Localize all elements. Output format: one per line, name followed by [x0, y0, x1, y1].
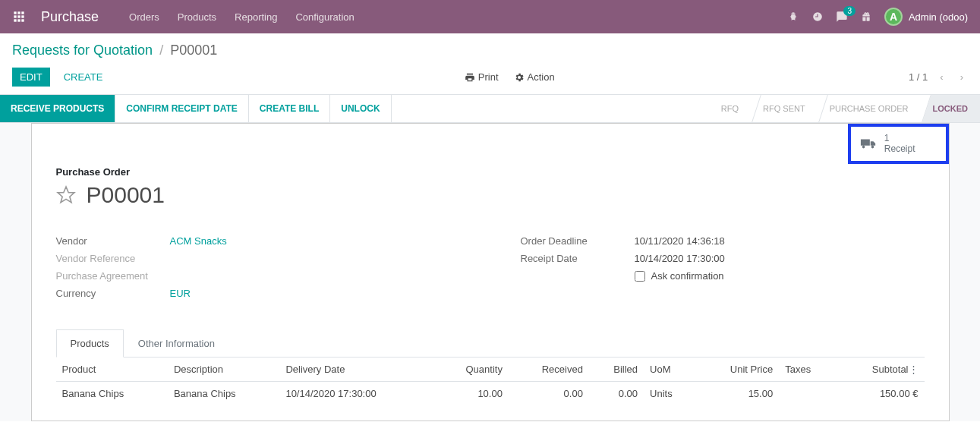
columns-kebab-icon[interactable]: ⋮: [909, 364, 919, 375]
agreement-label: Purchase Agreement: [56, 270, 170, 282]
tab-other-information[interactable]: Other Information: [124, 329, 229, 358]
stage-purchase-order[interactable]: Purchase Order: [818, 95, 921, 122]
pager-text: 1 / 1: [909, 71, 928, 83]
record-title: Purchase Order: [56, 166, 925, 178]
th-description[interactable]: Description: [168, 358, 279, 382]
th-billed[interactable]: Billed: [589, 358, 644, 382]
action-button[interactable]: Action: [514, 71, 555, 83]
record-name: P00001: [87, 182, 165, 208]
breadcrumb: Requests for Quotation / P00001: [12, 43, 968, 58]
menu-orders[interactable]: Orders: [129, 11, 159, 23]
order-lines-table: Product Description Delivery Date Quanti…: [56, 358, 925, 405]
menu-configuration[interactable]: Configuration: [295, 11, 354, 23]
cell-taxes: [779, 382, 836, 406]
cell-subtotal: 150.00 €: [837, 382, 925, 406]
currency-value[interactable]: EUR: [170, 288, 191, 299]
menu-reporting[interactable]: Reporting: [235, 11, 277, 23]
tab-products[interactable]: Products: [56, 329, 124, 358]
svg-rect-7: [17, 19, 20, 21]
cell-delivery-date: 10/14/2020 17:30:00: [279, 382, 434, 406]
cell-description: Banana Chips: [168, 382, 279, 406]
svg-rect-1: [17, 11, 20, 14]
vendor-label: Vendor: [56, 235, 170, 247]
th-received[interactable]: Received: [509, 358, 589, 382]
vendor-ref-label: Vendor Reference: [56, 253, 170, 264]
th-subtotal[interactable]: Subtotal⋮: [837, 358, 925, 382]
receipt-count: 1: [884, 133, 915, 143]
th-product[interactable]: Product: [56, 358, 168, 382]
app-brand[interactable]: Purchase: [41, 9, 99, 25]
confirm-receipt-date-button[interactable]: Confirm Receipt Date: [115, 95, 248, 122]
svg-rect-6: [14, 19, 16, 21]
gift-icon[interactable]: [860, 11, 872, 23]
cell-quantity: 10.00: [435, 382, 509, 406]
chat-icon[interactable]: 3: [836, 11, 848, 23]
gear-icon: [514, 72, 525, 83]
th-uom[interactable]: UoM: [644, 358, 696, 382]
receipt-label: Receipt: [884, 143, 915, 154]
print-icon: [465, 72, 475, 83]
unlock-button[interactable]: Unlock: [330, 95, 391, 122]
ask-confirmation-label: Ask confirmation: [651, 270, 724, 282]
vendor-value[interactable]: ACM Snacks: [170, 235, 227, 247]
svg-rect-0: [14, 11, 16, 14]
user-menu[interactable]: A Admin (odoo): [884, 8, 968, 26]
create-bill-button[interactable]: Create Bill: [249, 95, 330, 122]
th-delivery-date[interactable]: Delivery Date: [279, 358, 434, 382]
breadcrumb-parent[interactable]: Requests for Quotation: [12, 43, 153, 58]
user-name: Admin (odoo): [909, 11, 968, 23]
svg-rect-8: [21, 19, 24, 21]
create-button[interactable]: Create: [56, 68, 111, 87]
statusbar: Receive Products Confirm Receipt Date Cr…: [0, 94, 980, 123]
navbar-right: 3 A Admin (odoo): [787, 8, 968, 26]
svg-rect-3: [14, 15, 16, 17]
truck-icon: [860, 137, 877, 150]
th-unit-price[interactable]: Unit Price: [696, 358, 779, 382]
debug-icon[interactable]: [787, 11, 799, 23]
th-taxes[interactable]: Taxes: [779, 358, 836, 382]
star-icon[interactable]: [56, 185, 76, 205]
clock-icon[interactable]: [811, 11, 824, 23]
deadline-value: 10/11/2020 14:36:18: [635, 235, 725, 247]
svg-rect-4: [17, 15, 20, 17]
svg-rect-5: [21, 15, 24, 17]
avatar: A: [884, 8, 903, 26]
form-sheet: 1 Receipt Purchase Order P00001 VendorAC…: [31, 123, 950, 421]
pager-next[interactable]: ›: [956, 68, 968, 86]
top-navbar: Purchase Orders Products Reporting Confi…: [0, 0, 980, 33]
pager-prev[interactable]: ‹: [935, 68, 947, 86]
control-panel: Requests for Quotation / P00001 Edit Cre…: [0, 33, 980, 87]
print-button[interactable]: Print: [465, 71, 499, 83]
table-row[interactable]: Banana Chips Banana Chips 10/14/2020 17:…: [56, 382, 925, 406]
menu-products[interactable]: Products: [178, 11, 216, 23]
stage-rfq-sent[interactable]: RFQ Sent: [751, 95, 818, 122]
top-menu: Orders Products Reporting Configuration: [129, 11, 787, 23]
cell-uom: Units: [644, 382, 696, 406]
svg-rect-2: [21, 11, 24, 14]
edit-button[interactable]: Edit: [12, 68, 50, 87]
receipt-date-label: Receipt Date: [521, 253, 635, 264]
chat-badge: 3: [843, 6, 856, 16]
breadcrumb-sep: /: [159, 43, 163, 58]
receipt-date-value: 10/14/2020 17:30:00: [635, 253, 725, 264]
ask-confirmation-checkbox[interactable]: [635, 271, 645, 282]
cell-product: Banana Chips: [56, 382, 168, 406]
stage-rfq[interactable]: RFQ: [709, 95, 751, 122]
cell-billed: 0.00: [589, 382, 644, 406]
cell-unit-price: 15.00: [696, 382, 779, 406]
cell-received: 0.00: [509, 382, 589, 406]
svg-marker-9: [58, 187, 74, 203]
apps-icon[interactable]: [12, 10, 26, 24]
deadline-label: Order Deadline: [521, 235, 635, 247]
receive-products-button[interactable]: Receive Products: [0, 95, 115, 122]
th-quantity[interactable]: Quantity: [435, 358, 509, 382]
receipt-stat-button[interactable]: 1 Receipt: [848, 124, 949, 164]
breadcrumb-current: P00001: [170, 43, 217, 58]
currency-label: Currency: [56, 288, 170, 299]
table-header-row: Product Description Delivery Date Quanti…: [56, 358, 925, 382]
